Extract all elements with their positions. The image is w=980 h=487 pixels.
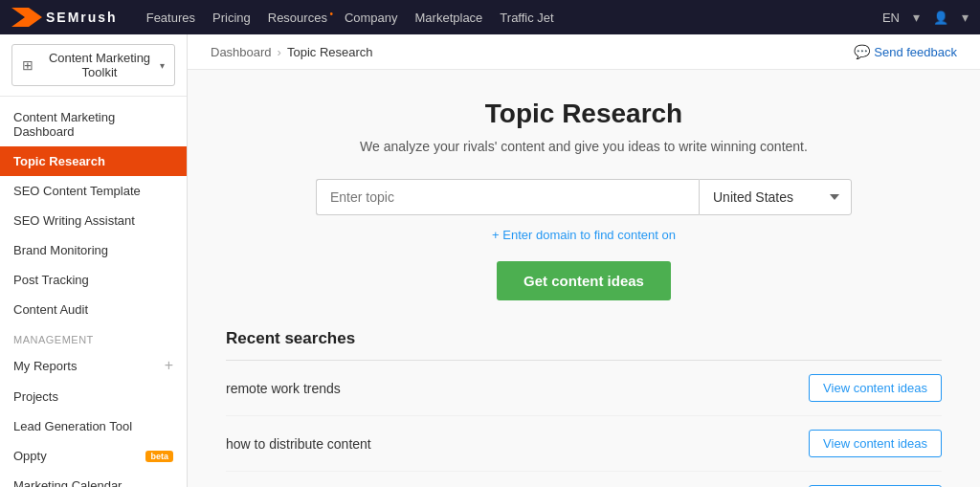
recent-searches-section: Recent searches remote work trends View … bbox=[226, 329, 942, 487]
main-content: Dashboard › Topic Research 💬 Send feedba… bbox=[188, 34, 980, 487]
chevron-down-icon: ▾ bbox=[160, 60, 165, 71]
sidebar-item-topic-research[interactable]: Topic Research bbox=[0, 146, 187, 176]
svg-marker-0 bbox=[11, 8, 42, 27]
sidebar-item-brand-monitoring[interactable]: Brand Monitoring bbox=[0, 235, 187, 265]
page-title: Topic Research bbox=[226, 99, 942, 129]
search-row: United States United Kingdom Canada Aust… bbox=[316, 179, 852, 215]
sidebar-item-writing-assistant[interactable]: SEO Writing Assistant bbox=[0, 206, 187, 235]
recent-search-row-2: how to distribute content View content i… bbox=[226, 416, 942, 472]
recent-query-2: how to distribute content bbox=[226, 436, 371, 452]
sidebar-item-lead-gen[interactable]: Lead Generation Tool bbox=[0, 411, 187, 441]
nav-resources[interactable]: Resources bbox=[268, 11, 327, 25]
nav-right: EN ▾ 👤 ▾ bbox=[882, 10, 969, 25]
nav-marketplace[interactable]: Marketplace bbox=[415, 11, 483, 25]
breadcrumb: Dashboard › Topic Research bbox=[211, 45, 373, 59]
view-ideas-button-1[interactable]: View content ideas bbox=[809, 374, 942, 402]
domain-link-container: + Enter domain to find content on bbox=[226, 227, 942, 242]
sidebar: ⊞ Content Marketing Toolkit ▾ Content Ma… bbox=[0, 34, 188, 487]
sidebar-item-seo-template[interactable]: SEO Content Template bbox=[0, 176, 187, 206]
recent-search-row-3: content distribution View content ideas bbox=[226, 472, 942, 487]
beta-badge: beta bbox=[145, 451, 173, 462]
sidebar-nav: Content Marketing Dashboard Topic Resear… bbox=[0, 97, 187, 487]
get-content-ideas-button[interactable]: Get content ideas bbox=[497, 261, 671, 300]
toolkit-selector[interactable]: ⊞ Content Marketing Toolkit ▾ bbox=[0, 34, 187, 97]
toolkit-dropdown-button[interactable]: ⊞ Content Marketing Toolkit ▾ bbox=[11, 44, 175, 86]
page-subtitle: We analyze your rivals' content and give… bbox=[226, 139, 942, 154]
language-selector[interactable]: EN bbox=[882, 11, 900, 25]
domain-link[interactable]: + Enter domain to find content on bbox=[492, 228, 676, 242]
nav-links: Features Pricing Resources Company Marke… bbox=[146, 11, 554, 25]
nav-features[interactable]: Features bbox=[146, 11, 195, 25]
page-body: Topic Research We analyze your rivals' c… bbox=[188, 70, 980, 487]
breadcrumb-dashboard[interactable]: Dashboard bbox=[211, 45, 272, 59]
user-menu[interactable]: 👤 bbox=[933, 11, 948, 25]
breadcrumb-bar: Dashboard › Topic Research 💬 Send feedba… bbox=[188, 34, 980, 70]
breadcrumb-separator: › bbox=[278, 45, 281, 59]
send-feedback-button[interactable]: 💬 Send feedback bbox=[854, 44, 957, 59]
management-section-label: MANAGEMENT bbox=[0, 324, 187, 349]
recent-search-row-1: remote work trends View content ideas bbox=[226, 361, 942, 416]
logo-icon bbox=[11, 8, 42, 27]
feedback-icon: 💬 bbox=[854, 44, 870, 59]
toolkit-label: Content Marketing Toolkit bbox=[39, 51, 160, 79]
nav-company[interactable]: Company bbox=[345, 11, 398, 25]
topic-input[interactable] bbox=[316, 179, 699, 215]
sidebar-item-dashboard[interactable]: Content Marketing Dashboard bbox=[0, 102, 187, 146]
sidebar-item-post-tracking[interactable]: Post Tracking bbox=[0, 265, 187, 295]
sidebar-item-marketing-calendar[interactable]: Marketing Calendar bbox=[0, 471, 187, 487]
recent-searches-title: Recent searches bbox=[226, 329, 942, 348]
view-ideas-button-2[interactable]: View content ideas bbox=[809, 430, 942, 457]
breadcrumb-current: Topic Research bbox=[287, 45, 373, 59]
sidebar-item-projects[interactable]: Projects bbox=[0, 382, 187, 411]
plus-icon[interactable]: + bbox=[165, 357, 173, 374]
country-select[interactable]: United States United Kingdom Canada Aust… bbox=[699, 179, 852, 215]
sidebar-item-my-reports[interactable]: My Reports + bbox=[0, 349, 187, 382]
sidebar-item-oppty[interactable]: Oppty beta bbox=[0, 441, 187, 471]
logo[interactable]: SEMrush bbox=[11, 8, 118, 27]
nav-pricing[interactable]: Pricing bbox=[212, 11, 251, 25]
sidebar-item-content-audit[interactable]: Content Audit bbox=[0, 295, 187, 324]
top-navigation: SEMrush Features Pricing Resources Compa… bbox=[0, 0, 980, 34]
logo-text: SEMrush bbox=[46, 10, 118, 25]
grid-icon: ⊞ bbox=[22, 57, 33, 73]
nav-trafficjet[interactable]: Traffic Jet bbox=[500, 11, 553, 25]
recent-query-1: remote work trends bbox=[226, 381, 341, 396]
